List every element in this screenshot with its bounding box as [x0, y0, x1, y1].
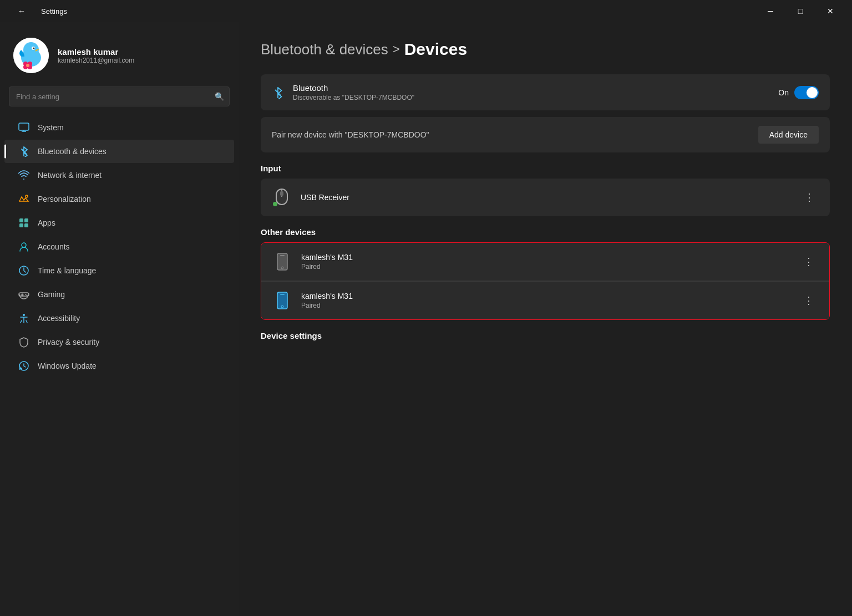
- svg-rect-30: [280, 294, 285, 295]
- svg-rect-14: [24, 218, 28, 222]
- pair-row: Pair new device with "DESKTOP-7MCBDOO" A…: [261, 117, 830, 152]
- usb-receiver-row: USB Receiver ⋮: [261, 179, 830, 216]
- svg-point-20: [26, 294, 27, 295]
- input-section-label: Input: [261, 164, 830, 173]
- sidebar-label-accessibility: Accessibility: [38, 314, 80, 323]
- bluetooth-toggle[interactable]: [794, 86, 819, 99]
- sidebar-item-update[interactable]: Windows Update: [4, 354, 234, 378]
- bluetooth-title: Bluetooth: [293, 83, 769, 93]
- content-area: Bluetooth & devices > Devices Bluetooth …: [239, 22, 852, 616]
- sidebar-item-accessibility[interactable]: Accessibility: [4, 307, 234, 330]
- titlebar-left: ← Settings: [9, 2, 67, 20]
- add-device-button[interactable]: Add device: [758, 126, 819, 144]
- svg-rect-11: [19, 123, 29, 130]
- other-device-status-1: Paired: [301, 302, 790, 309]
- sidebar-item-accounts[interactable]: Accounts: [4, 235, 234, 258]
- sidebar-label-personalization: Personalization: [38, 195, 91, 203]
- sidebar-item-time[interactable]: Time & language: [4, 259, 234, 282]
- search-input[interactable]: [9, 86, 230, 106]
- other-device-status-0: Paired: [301, 263, 790, 271]
- user-info: kamlesh kumar kamlesh2011@gmail.com: [58, 47, 134, 64]
- svg-rect-15: [19, 223, 23, 227]
- bluetooth-icon: [18, 145, 30, 157]
- sidebar-item-gaming[interactable]: Gaming: [4, 283, 234, 306]
- other-device-info-1: kamlesh's M31 Paired: [301, 292, 790, 309]
- close-button[interactable]: ✕: [818, 2, 843, 20]
- sidebar-label-network: Network & internet: [38, 171, 102, 180]
- user-section: kamlesh kumar kamlesh2011@gmail.com: [0, 29, 239, 86]
- toggle-area: On: [778, 86, 819, 99]
- apps-icon: [18, 217, 30, 229]
- svg-rect-27: [280, 255, 285, 256]
- svg-rect-13: [19, 218, 23, 222]
- sidebar-item-privacy[interactable]: Privacy & security: [4, 330, 234, 354]
- sidebar-label-accounts: Accounts: [38, 242, 70, 251]
- app-title: Settings: [41, 7, 67, 16]
- sidebar-label-update: Windows Update: [38, 362, 97, 370]
- svg-point-12: [26, 195, 28, 197]
- user-name: kamlesh kumar: [58, 47, 134, 57]
- svg-rect-16: [24, 223, 28, 227]
- usb-receiver-info: USB Receiver: [301, 193, 791, 202]
- breadcrumb-separator: >: [393, 42, 400, 57]
- usb-receiver-more-button[interactable]: ⋮: [800, 189, 819, 206]
- other-device-more-button-0[interactable]: ⋮: [799, 253, 818, 270]
- sidebar-item-bluetooth[interactable]: Bluetooth & devices: [4, 140, 234, 163]
- other-devices-label: Other devices: [261, 227, 830, 237]
- other-device-row-1: kamlesh's M31 Paired ⋮: [261, 281, 829, 319]
- bluetooth-row: Bluetooth Discoverable as "DESKTOP-7MCBD…: [261, 74, 830, 110]
- search-box: 🔍: [9, 86, 230, 106]
- phone-blue-icon: [272, 291, 292, 310]
- titlebar-controls: ─ □ ✕: [758, 2, 843, 20]
- sidebar-item-network[interactable]: Network & internet: [4, 164, 234, 187]
- bluetooth-status-icon: [272, 86, 284, 99]
- mouse-icon: [272, 187, 292, 207]
- connected-dot: [273, 202, 277, 206]
- breadcrumb-parent[interactable]: Bluetooth & devices: [261, 41, 388, 58]
- svg-point-10: [26, 64, 29, 67]
- other-device-more-button-1[interactable]: ⋮: [799, 292, 818, 309]
- update-icon: [18, 360, 30, 372]
- device-settings-label: Device settings: [261, 331, 830, 340]
- other-device-info-0: kamlesh's M31 Paired: [301, 253, 790, 271]
- sidebar-nav: System Bluetooth & devices: [0, 115, 239, 378]
- back-button[interactable]: ←: [9, 2, 34, 20]
- maximize-button[interactable]: □: [788, 2, 813, 20]
- sidebar-label-apps: Apps: [38, 218, 55, 227]
- gaming-icon: [18, 288, 30, 301]
- network-icon: [18, 169, 30, 181]
- toggle-knob: [807, 87, 818, 98]
- sidebar-label-privacy: Privacy & security: [38, 338, 99, 347]
- other-device-name-1: kamlesh's M31: [301, 292, 790, 301]
- bluetooth-subtitle: Discoverable as "DESKTOP-7MCBDOO": [293, 94, 769, 101]
- minimize-button[interactable]: ─: [758, 2, 783, 20]
- svg-point-21: [27, 295, 28, 296]
- toggle-label: On: [778, 88, 789, 97]
- search-icon: 🔍: [215, 92, 224, 101]
- bluetooth-info: Bluetooth Discoverable as "DESKTOP-7MCBD…: [293, 83, 769, 101]
- bluetooth-card: Bluetooth Discoverable as "DESKTOP-7MCBD…: [261, 74, 830, 110]
- sidebar-item-system[interactable]: System: [4, 116, 234, 139]
- accessibility-icon: [18, 312, 30, 324]
- monitor-icon: [18, 121, 30, 134]
- pair-device-card: Pair new device with "DESKTOP-7MCBDOO" A…: [261, 117, 830, 152]
- other-device-row-0: kamlesh's M31 Paired ⋮: [261, 243, 829, 281]
- user-email: kamlesh2011@gmail.com: [58, 57, 134, 64]
- breadcrumb: Bluetooth & devices > Devices: [261, 40, 830, 59]
- privacy-icon: [18, 336, 30, 348]
- sidebar-item-personalization[interactable]: Personalization: [4, 187, 234, 211]
- titlebar: ← Settings ─ □ ✕: [0, 0, 852, 22]
- breadcrumb-current: Devices: [404, 40, 467, 59]
- sidebar-label-bluetooth: Bluetooth & devices: [38, 147, 106, 156]
- usb-receiver-name: USB Receiver: [301, 193, 791, 202]
- other-device-name-0: kamlesh's M31: [301, 253, 790, 262]
- sidebar: kamlesh kumar kamlesh2011@gmail.com 🔍 Sy…: [0, 22, 239, 616]
- accounts-icon: [18, 241, 30, 253]
- svg-point-22: [23, 314, 25, 316]
- app-container: kamlesh kumar kamlesh2011@gmail.com 🔍 Sy…: [0, 22, 852, 616]
- svg-point-4: [33, 48, 35, 49]
- other-devices-inner: kamlesh's M31 Paired ⋮ k: [261, 243, 829, 319]
- personalization-icon: [18, 193, 30, 205]
- svg-rect-25: [280, 191, 283, 196]
- sidebar-item-apps[interactable]: Apps: [4, 211, 234, 235]
